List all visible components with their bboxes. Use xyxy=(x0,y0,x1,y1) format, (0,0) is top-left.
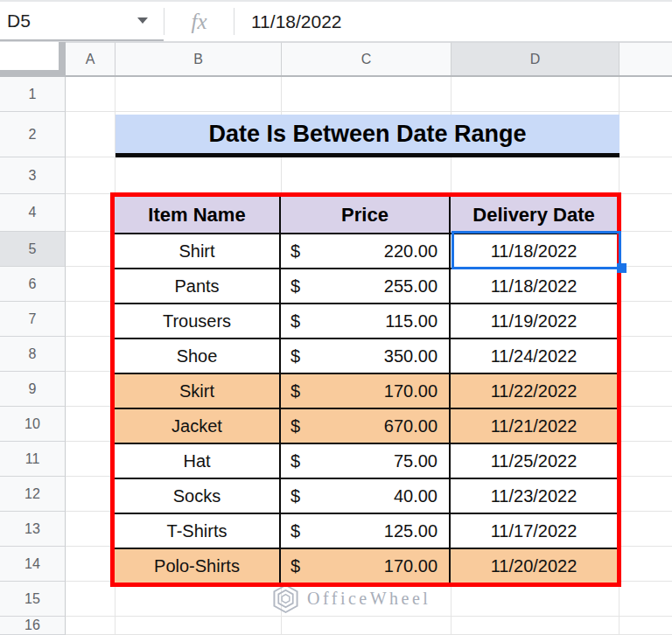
item-name-cell[interactable]: T-Shirts xyxy=(115,514,279,548)
formula-input[interactable]: 11/18/2022 xyxy=(234,2,672,41)
grid-cell[interactable] xyxy=(66,302,116,337)
table-header-cell[interactable]: Price xyxy=(281,197,449,233)
column-header-A[interactable]: A xyxy=(66,42,116,75)
delivery-date-cell[interactable]: 11/19/2022 xyxy=(451,304,617,338)
grid-cell[interactable] xyxy=(620,617,672,635)
row-header-1[interactable]: 1 xyxy=(0,77,66,112)
grid-cell[interactable] xyxy=(116,157,282,194)
grid-cell[interactable] xyxy=(620,112,672,157)
grid-cell[interactable] xyxy=(620,547,672,582)
delivery-date-cell[interactable]: 11/25/2022 xyxy=(451,444,617,478)
price-cell[interactable]: $125.00 xyxy=(281,514,449,548)
row-header-8[interactable]: 8 xyxy=(0,337,66,372)
grid-cell[interactable] xyxy=(66,337,116,372)
price-cell[interactable]: $170.00 xyxy=(281,549,449,583)
delivery-date-cell[interactable]: 11/22/2022 xyxy=(451,374,617,408)
grid-cell[interactable] xyxy=(66,617,116,635)
row-header-13[interactable]: 13 xyxy=(0,512,66,547)
grid-cell[interactable] xyxy=(620,194,672,232)
grid-cell[interactable] xyxy=(66,582,116,617)
item-name-cell[interactable]: Shoe xyxy=(115,339,279,373)
delivery-date-cell[interactable]: 11/24/2022 xyxy=(451,339,617,373)
column-header-B[interactable]: B xyxy=(116,42,282,75)
row-header-10[interactable]: 10 xyxy=(0,407,66,442)
grid-cell[interactable] xyxy=(620,442,672,477)
price-cell[interactable]: $670.00 xyxy=(281,409,449,443)
item-name-cell[interactable]: Jacket xyxy=(115,409,279,443)
price-cell[interactable]: $115.00 xyxy=(281,304,449,338)
grid-cell[interactable] xyxy=(66,77,116,112)
row-header-6[interactable]: 6 xyxy=(0,267,66,302)
grid-cell[interactable] xyxy=(620,512,672,547)
grid-cell[interactable] xyxy=(282,157,452,194)
grid-cell[interactable] xyxy=(620,407,672,442)
row-header-3[interactable]: 3 xyxy=(0,157,66,194)
price-cell[interactable]: $350.00 xyxy=(281,339,449,373)
row-header-9[interactable]: 9 xyxy=(0,372,66,407)
item-name-cell[interactable]: Shirt xyxy=(115,234,279,268)
column-header-D[interactable]: D xyxy=(452,42,620,75)
price-cell[interactable]: $170.00 xyxy=(281,374,449,408)
price-cell[interactable]: $220.00 xyxy=(281,234,449,268)
delivery-date-cell[interactable]: 11/20/2022 xyxy=(451,549,617,583)
grid-cell[interactable] xyxy=(452,617,620,635)
sheet-title-cell[interactable]: Date Is Between Date Range xyxy=(116,115,620,157)
column-header-C[interactable]: C xyxy=(282,42,452,75)
grid-cell[interactable] xyxy=(620,157,672,194)
grid-cell[interactable] xyxy=(620,582,672,617)
item-name-cell[interactable]: Hat xyxy=(115,444,279,478)
grid-cell[interactable] xyxy=(452,77,620,112)
item-name-cell[interactable]: Trousers xyxy=(115,304,279,338)
grid-cell[interactable] xyxy=(620,337,672,372)
grid-cell[interactable] xyxy=(116,77,282,112)
grid-cell[interactable] xyxy=(66,194,116,232)
chevron-down-icon[interactable] xyxy=(137,17,148,24)
grid-cell[interactable] xyxy=(66,372,116,407)
grid-cell[interactable] xyxy=(282,77,452,112)
delivery-date-cell[interactable]: 11/17/2022 xyxy=(451,514,617,548)
price-cell[interactable]: $40.00 xyxy=(281,479,449,513)
grid-cell[interactable] xyxy=(66,267,116,302)
selected-cell-outline[interactable] xyxy=(452,231,621,269)
delivery-date-cell[interactable]: 11/21/2022 xyxy=(451,409,617,443)
grid-cell[interactable] xyxy=(452,157,620,194)
row-header-5[interactable]: 5 xyxy=(0,232,66,267)
row-header-2[interactable]: 2 xyxy=(0,112,66,157)
row-header-4[interactable]: 4 xyxy=(0,194,66,232)
row-header-16[interactable]: 16 xyxy=(0,617,66,635)
grid-cell[interactable] xyxy=(620,232,672,267)
grid-cell[interactable] xyxy=(66,157,116,194)
grid-cell[interactable] xyxy=(66,547,116,582)
fill-handle[interactable] xyxy=(617,263,626,273)
grid-cell[interactable] xyxy=(116,617,282,635)
item-name-cell[interactable]: Pants xyxy=(115,269,279,303)
grid-cell[interactable] xyxy=(66,112,116,157)
name-box[interactable]: D5 xyxy=(0,2,164,41)
grid-cell[interactable] xyxy=(116,582,282,617)
row-header-7[interactable]: 7 xyxy=(0,302,66,337)
delivery-date-cell[interactable]: 11/18/2022 xyxy=(451,269,617,303)
grid-cell[interactable] xyxy=(66,407,116,442)
grid-cell[interactable] xyxy=(620,267,672,302)
delivery-date-cell[interactable]: 11/23/2022 xyxy=(451,479,617,513)
grid-cell[interactable] xyxy=(620,77,672,112)
price-cell[interactable]: $75.00 xyxy=(281,444,449,478)
row-header-15[interactable]: 15 xyxy=(0,582,66,617)
grid-cell[interactable] xyxy=(66,477,116,512)
row-header-11[interactable]: 11 xyxy=(0,442,66,477)
grid-cell[interactable] xyxy=(620,372,672,407)
grid-cell[interactable] xyxy=(620,302,672,337)
grid-cell[interactable] xyxy=(282,617,452,635)
table-header-cell[interactable]: Delivery Date xyxy=(451,197,617,233)
grid-cell[interactable] xyxy=(66,512,116,547)
table-header-cell[interactable]: Item Name xyxy=(115,197,279,233)
column-header-blank[interactable] xyxy=(620,42,672,75)
item-name-cell[interactable]: Skirt xyxy=(115,374,279,408)
grid-cell[interactable] xyxy=(66,442,116,477)
item-name-cell[interactable]: Socks xyxy=(115,479,279,513)
grid-cell[interactable] xyxy=(452,582,620,617)
row-header-12[interactable]: 12 xyxy=(0,477,66,512)
grid-cell[interactable] xyxy=(66,232,116,267)
price-cell[interactable]: $255.00 xyxy=(281,269,449,303)
grid-cell[interactable] xyxy=(620,477,672,512)
